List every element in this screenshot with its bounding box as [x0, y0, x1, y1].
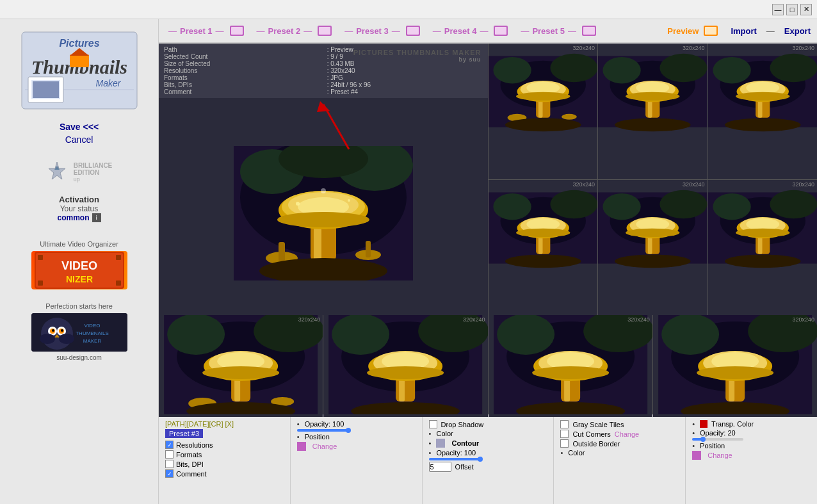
- bottom-section-5: • Transp. Color • Opacity: 20 • Posit: [686, 415, 817, 504]
- minimize-button[interactable]: —: [772, 4, 784, 15]
- thumb-label-6: 320x240: [792, 181, 814, 188]
- change-row[interactable]: Change: [297, 442, 416, 451]
- cb-formats-box[interactable]: [165, 450, 174, 459]
- outside-border-cb[interactable]: [560, 439, 569, 448]
- svg-rect-49: [366, 241, 371, 257]
- cb-formats[interactable]: Formats: [165, 450, 284, 459]
- opacity-slider[interactable]: [297, 429, 348, 432]
- cb-comment-box[interactable]: [165, 469, 174, 478]
- preset3-icon[interactable]: [406, 26, 420, 36]
- bottom-section-3: Drop Shadow • Color • Contour • Opacity:…: [423, 415, 554, 504]
- cancel-button[interactable]: Cancel: [65, 134, 93, 145]
- transp-opacity-row: • Opacity: 20: [692, 429, 811, 437]
- preset-display[interactable]: Preset #3: [165, 429, 203, 438]
- transp-change-button[interactable]: Change: [708, 451, 732, 459]
- transp-color-row: • Transp. Color: [692, 420, 811, 428]
- cb-resolutions[interactable]: Resolutions: [165, 441, 284, 449]
- main-preview-panel: Path : Preview Selected Count : 9 / 9 Si…: [159, 44, 489, 315]
- preset5-icon[interactable]: [582, 26, 596, 36]
- window-controls[interactable]: — □ ✕: [772, 4, 812, 15]
- offset-value-display: [429, 462, 451, 472]
- maximize-button[interactable]: □: [786, 4, 798, 15]
- svg-point-94: [550, 190, 597, 218]
- comment-label: Comment: [164, 88, 322, 95]
- change-button[interactable]: Change: [312, 443, 337, 450]
- export-button[interactable]: Export: [784, 26, 811, 36]
- svg-point-100: [515, 228, 570, 236]
- svg-point-53: [321, 188, 326, 193]
- tab-preset4[interactable]: — Preset 4 —: [430, 26, 508, 36]
- svg-point-168: [697, 366, 773, 379]
- resolutions-value: : 320x240: [327, 67, 483, 74]
- activation-title: Activation: [57, 195, 101, 204]
- tab-preset5[interactable]: — Preset 5 —: [517, 26, 596, 36]
- svg-text:Pictures: Pictures: [59, 38, 99, 49]
- svg-marker-10: [49, 162, 65, 179]
- offset-input[interactable]: [429, 462, 451, 472]
- contour-icon: [436, 439, 445, 448]
- sidebar: Pictures Thumbnails Maker Save <<< Cance…: [0, 19, 159, 504]
- svg-point-59: [550, 54, 597, 82]
- video-banner[interactable]: VIDEO NIZER: [31, 251, 127, 289]
- preset2-icon[interactable]: [318, 26, 332, 36]
- tab-preset2[interactable]: — Preset 2 —: [254, 26, 332, 36]
- cb-bits-box[interactable]: [165, 460, 174, 468]
- brilliance-section: BRILLIANCE EDITION up: [46, 161, 113, 183]
- svg-point-52: [348, 199, 350, 202]
- bottom-thumb-3: 320x240: [489, 315, 652, 417]
- transp-opacity-slider[interactable]: [692, 438, 743, 441]
- svg-rect-47: [279, 242, 285, 261]
- contour-opacity-slider-row: [429, 458, 547, 460]
- border-color-row: • Color: [560, 449, 679, 457]
- contour-opacity-slider[interactable]: [429, 458, 480, 460]
- svg-rect-3: [70, 54, 89, 67]
- cb-bits-label: Bits, DPI: [176, 460, 204, 468]
- opacity-label: Opacity: 100: [305, 420, 344, 428]
- svg-point-161: [661, 315, 719, 355]
- suu-design-label: suu-design.com: [31, 354, 127, 361]
- svg-point-93: [493, 193, 531, 220]
- activation-section: Activation Your status common i: [57, 195, 101, 222]
- position-label: Position: [305, 433, 330, 441]
- cb-bits-dpi[interactable]: Bits, DPI: [165, 460, 284, 468]
- drop-shadow-label: Drop Shadow: [441, 421, 484, 428]
- transp-position-row: • Position: [692, 442, 811, 450]
- app-logo: Pictures Thumbnails Maker: [19, 29, 140, 112]
- svg-point-133: [202, 366, 279, 379]
- tab-preset3[interactable]: — Preset 3 —: [341, 26, 420, 36]
- status-info-icon[interactable]: i: [92, 213, 101, 222]
- svg-point-26: [52, 329, 54, 332]
- video-organizer-label: Ultimate Video Organizer: [31, 240, 127, 248]
- preset1-icon[interactable]: [230, 26, 244, 36]
- color-label-1: Color: [436, 430, 453, 437]
- bottom-section-4: Gray Scale Tiles Cut Corners Change Outs…: [554, 415, 686, 504]
- import-button[interactable]: Import: [731, 26, 756, 36]
- svg-point-58: [493, 57, 531, 84]
- transp-opacity-label: Opacity: 20: [700, 429, 736, 437]
- preview-area: Path : Preview Selected Count : 9 / 9 Si…: [159, 44, 817, 315]
- path-row: [PATH][DATE][CR] [X]: [165, 420, 284, 428]
- preset4-icon[interactable]: [494, 26, 508, 36]
- cb-resolutions-box[interactable]: [165, 441, 174, 449]
- owl-banner[interactable]: VIDEO THUMBNAILS MAKER: [31, 313, 127, 352]
- bottom-thumbnails: 320x240 320x240: [159, 315, 817, 414]
- close-button[interactable]: ✕: [800, 4, 812, 15]
- opacity-slider-row: [297, 429, 416, 432]
- svg-text:VIDEO: VIDEO: [61, 259, 97, 272]
- cb-resolutions-label: Resolutions: [176, 441, 213, 449]
- cb-comment[interactable]: Comment: [165, 469, 284, 478]
- save-button[interactable]: Save <<<: [60, 122, 99, 132]
- drop-shadow-row: Drop Shadow: [429, 420, 547, 428]
- tab-preview[interactable]: Preview: [667, 26, 718, 36]
- svg-point-51: [296, 202, 300, 206]
- preview-icon[interactable]: [704, 26, 718, 36]
- cut-corners-change[interactable]: Change: [615, 430, 640, 438]
- gray-scale-cb[interactable]: [560, 420, 569, 428]
- main-layout: Pictures Thumbnails Maker Save <<< Cance…: [0, 19, 817, 504]
- cut-corners-cb[interactable]: [560, 430, 569, 438]
- svg-rect-18: [116, 255, 121, 260]
- transp-change-row: Change: [692, 451, 811, 460]
- drop-shadow-cb[interactable]: [429, 420, 437, 428]
- svg-point-104: [603, 193, 640, 220]
- tab-preset1[interactable]: — Preset 1 —: [165, 26, 244, 36]
